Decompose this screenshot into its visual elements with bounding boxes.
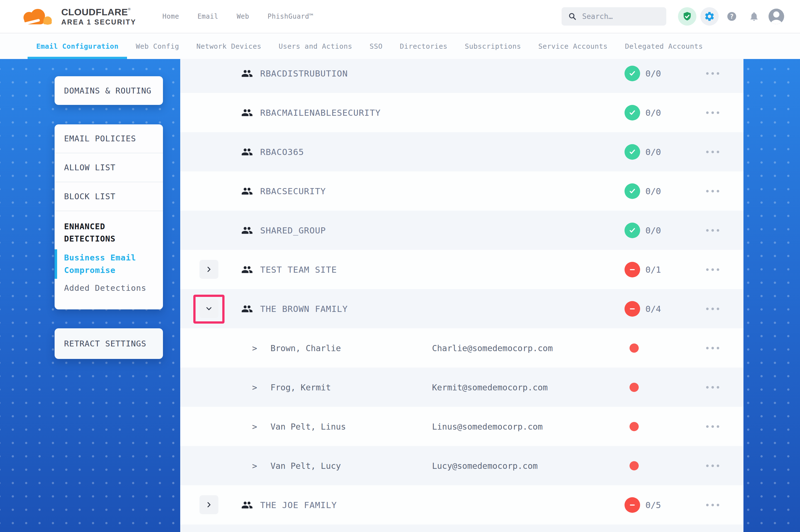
tab[interactable]: Directories <box>391 33 456 59</box>
group-row: THE BROWN FAMILY 0/4 <box>180 289 743 328</box>
sidebar: DOMAINS & ROUTING EMAIL POLICIES ALLOW L… <box>55 76 163 359</box>
check-icon <box>628 69 637 78</box>
top-nav: HomeEmailWebPhishGuard™ <box>162 13 313 20</box>
member-name[interactable]: Van Pelt, Lucy <box>271 461 341 471</box>
group-name[interactable]: RBACMAILENABLESECURITY <box>260 108 381 118</box>
sidebar-label-domains-routing: DOMAINS & ROUTING <box>64 86 151 95</box>
expand-toggle-button[interactable] <box>199 299 218 318</box>
row-menu-button[interactable] <box>703 109 722 117</box>
groups-rows: RBACDISTRUBUTION 0/0 RBACMAILENABLESECUR… <box>180 59 743 532</box>
brand-name: CLOUDFLARE® <box>61 7 136 17</box>
groups-list-panel: RBACDISTRUBUTION 0/0 RBACMAILENABLESECUR… <box>180 59 743 532</box>
tab[interactable]: Users and Actions <box>270 33 361 59</box>
member-count: 0/0 <box>646 186 661 196</box>
chevron-icon <box>205 305 213 312</box>
cloudflare-logo[interactable]: CLOUDFLARE® AREA 1 SECURITY <box>15 5 136 28</box>
group-name[interactable]: RBACSECURITY <box>260 186 326 196</box>
row-menu-button[interactable] <box>703 187 722 195</box>
row-menu-button[interactable] <box>703 148 722 156</box>
member-status-dot <box>630 461 639 470</box>
top-nav-item[interactable]: Web <box>237 13 249 20</box>
member-row: > Frog, Kermit Kermit@somedemocorp.com <box>180 367 743 407</box>
member-email: Charlie@somedemocorp.com <box>432 343 553 353</box>
search-placeholder: Search… <box>582 12 613 21</box>
status-badge <box>624 223 640 238</box>
member-name[interactable]: Brown, Charlie <box>271 343 341 353</box>
group-name[interactable]: SHARED_GROUP <box>260 225 326 235</box>
member-row: > Van Pelt, Linus Linus@somedemocorp.com <box>180 407 743 446</box>
group-name[interactable]: RBACO365 <box>260 147 304 157</box>
security-shield-icon[interactable] <box>678 7 696 25</box>
chevron-right-icon[interactable]: > <box>252 382 257 392</box>
sidebar-item-added-detections[interactable]: Added Detections <box>55 281 163 302</box>
minus-icon <box>628 265 637 274</box>
member-count: 0/1 <box>646 265 661 274</box>
row-menu-button[interactable] <box>703 69 722 77</box>
group-row: TEST TEAM SITE 0/1 <box>180 250 743 289</box>
tab[interactable]: SSO <box>361 33 392 59</box>
notifications-bell-icon[interactable] <box>745 7 763 25</box>
group-name[interactable]: THE BROWN FAMILY <box>260 304 348 314</box>
sidebar-item-block-list[interactable]: BLOCK LIST <box>55 182 163 211</box>
sidebar-item-allow-list[interactable]: ALLOW LIST <box>55 153 163 182</box>
row-menu-button[interactable] <box>703 265 722 273</box>
check-icon <box>628 226 637 235</box>
status-badge <box>624 301 640 317</box>
row-menu-button[interactable] <box>703 305 722 313</box>
help-icon[interactable]: ? <box>723 7 741 25</box>
tab[interactable]: Network Devices <box>188 33 270 59</box>
member-count: 0/0 <box>646 225 661 235</box>
top-nav-item[interactable]: Home <box>162 13 179 20</box>
sidebar-card-domains-routing[interactable]: DOMAINS & ROUTING <box>55 76 163 105</box>
search-input[interactable]: Search… <box>562 7 666 25</box>
row-menu-button[interactable] <box>703 462 722 470</box>
group-name[interactable]: TEST TEAM SITE <box>260 265 337 274</box>
expand-toggle-button[interactable] <box>199 260 218 279</box>
settings-gear-icon[interactable] <box>700 7 719 25</box>
expand-toggle-button[interactable] <box>199 495 218 514</box>
sidebar-item-enhanced-detections[interactable]: ENHANCED DETECTIONS <box>55 211 163 247</box>
member-email: Linus@somedemocorp.com <box>432 421 543 431</box>
chevron-right-icon[interactable]: > <box>252 421 257 431</box>
row-menu-button[interactable] <box>703 422 722 431</box>
sidebar-card-retract-settings[interactable]: RETRACT SETTINGS <box>55 328 163 359</box>
status-badge <box>624 105 640 120</box>
group-row: RBACO365 0/0 <box>180 132 743 171</box>
status-badge <box>624 144 640 160</box>
row-menu-button[interactable] <box>703 344 722 352</box>
chevron-right-icon[interactable]: > <box>252 461 257 471</box>
tab[interactable]: Email Configuration <box>28 33 127 59</box>
group-name[interactable]: THE JOE FAMILY <box>260 500 337 510</box>
sidebar-label-retract-settings: RETRACT SETTINGS <box>64 339 146 348</box>
tab[interactable]: Web Config <box>127 33 188 59</box>
top-nav-item[interactable]: Email <box>198 13 218 20</box>
cloudflare-cloud-icon <box>15 5 57 28</box>
row-menu-button[interactable] <box>703 226 722 234</box>
group-name[interactable]: RBACDISTRUBUTION <box>260 69 348 78</box>
chevron-right-icon[interactable]: > <box>252 343 257 353</box>
member-count: 0/0 <box>646 108 661 118</box>
tab[interactable]: Delegated Accounts <box>616 33 711 59</box>
tab[interactable]: Service Accounts <box>530 33 616 59</box>
row-menu-button[interactable] <box>703 501 722 509</box>
member-count: 0/4 <box>646 304 661 314</box>
top-nav-item[interactable]: PhishGuard™ <box>268 13 313 20</box>
group-row: RBACMAILENABLESECURITY 0/0 <box>180 93 743 132</box>
area1-security-app: CLOUDFLARE® AREA 1 SECURITY HomeEmailWeb… <box>0 0 800 532</box>
member-name[interactable]: Frog, Kermit <box>271 382 331 392</box>
status-badge <box>624 262 640 278</box>
chevron-icon <box>205 265 213 273</box>
group-icon <box>241 303 253 315</box>
sidebar-item-business-email-compromise[interactable]: Business Email Compromise <box>55 247 163 281</box>
group-icon <box>241 146 253 158</box>
sidebar-card-email-policies: EMAIL POLICIES ALLOW LIST BLOCK LIST ENH… <box>55 125 163 309</box>
chevron-icon <box>205 501 213 509</box>
account-avatar-icon[interactable] <box>767 7 785 25</box>
check-icon <box>628 148 637 156</box>
sidebar-item-email-policies[interactable]: EMAIL POLICIES <box>55 125 163 153</box>
tab[interactable]: Subscriptions <box>456 33 529 59</box>
member-email: Lucy@somedemocorp.com <box>432 461 538 471</box>
row-menu-button[interactable] <box>703 383 722 391</box>
member-name[interactable]: Van Pelt, Linus <box>271 421 346 431</box>
group-icon <box>241 499 253 511</box>
